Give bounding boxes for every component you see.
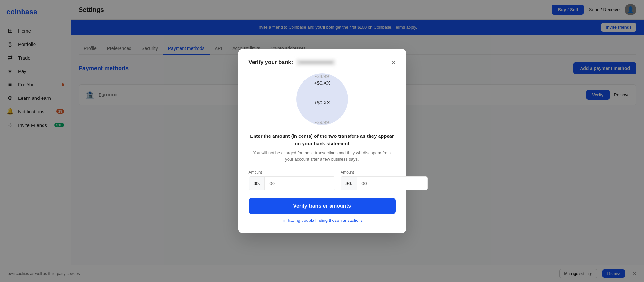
modal-description-sub: You will not be charged for these transa… xyxy=(249,150,396,162)
modal-close-button[interactable]: × xyxy=(392,59,396,66)
amount2-group: Amount $0. xyxy=(341,170,428,190)
amount-illustration-line2: +$0.XX xyxy=(314,80,330,99)
amount2-label: Amount xyxy=(341,170,428,174)
amount1-group: Amount $0. xyxy=(249,170,336,190)
modal-header: Verify your bank: •••••••••••••••••••• × xyxy=(249,59,396,66)
amount-illustration-line3: +$0.XX xyxy=(314,100,330,118)
verify-transfer-button[interactable]: Verify transfer amounts xyxy=(249,198,396,214)
amounts-row: Amount $0. Amount $0. xyxy=(249,170,396,190)
amount-illustration-line1: -$4.99 xyxy=(315,73,329,79)
amount1-label: Amount xyxy=(249,170,336,174)
verify-bank-modal: Verify your bank: •••••••••••••••••••• ×… xyxy=(238,49,406,233)
trouble-link[interactable]: I'm having trouble finding these transac… xyxy=(249,218,396,223)
modal-description-main: Enter the amount (in cents) of the two t… xyxy=(249,133,396,147)
amount1-input-wrapper: $0. xyxy=(249,176,336,190)
amount-illustration-line4: -$9.99 xyxy=(315,119,329,125)
amount2-input[interactable] xyxy=(357,177,427,190)
amount2-prefix: $0. xyxy=(341,177,357,190)
amount1-input[interactable] xyxy=(265,177,335,190)
modal-bank-name: •••••••••••••••••••• xyxy=(296,59,335,66)
modal-overlay[interactable]: Verify your bank: •••••••••••••••••••• ×… xyxy=(0,0,644,282)
modal-title: Verify your bank: •••••••••••••••••••• xyxy=(249,59,336,66)
amount2-input-wrapper: $0. xyxy=(341,176,428,190)
amount-illustration: -$4.99 +$0.XX +$0.XX -$9.99 xyxy=(296,73,348,125)
amount1-prefix: $0. xyxy=(249,177,265,190)
